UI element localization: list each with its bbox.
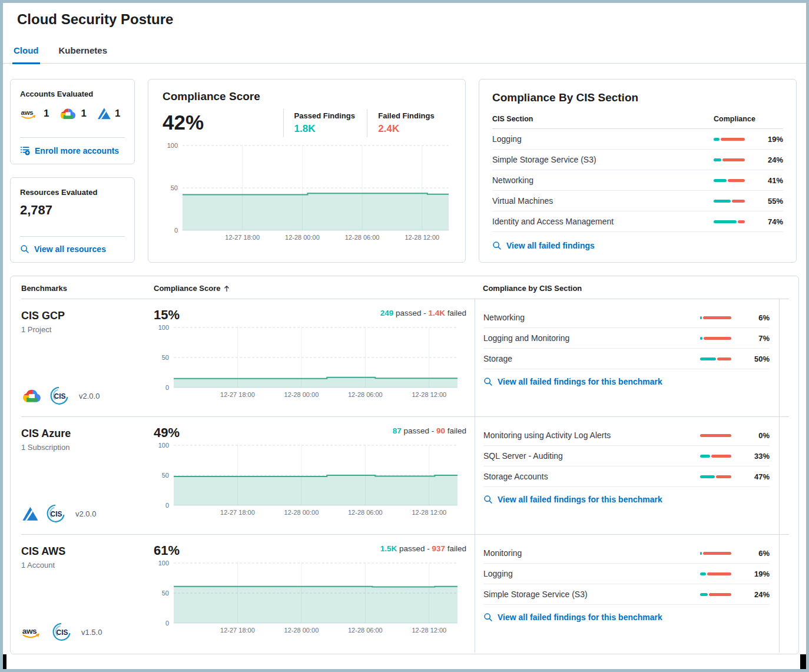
benchmark-name: CIS Azure xyxy=(21,428,148,440)
benchmark-cell: CIS GCP 1 Project v2.0.0 xyxy=(21,299,154,416)
cis-section-name: Simple Storage Service (S3) xyxy=(483,590,588,599)
cis-section-row: Simple Storage Service (S3) 24% xyxy=(492,150,783,170)
svg-text:100: 100 xyxy=(158,442,169,449)
compliance-bar xyxy=(714,220,745,223)
view-benchmark-failed-findings-label: View all failed findings for this benchm… xyxy=(498,613,662,622)
svg-text:50: 50 xyxy=(162,590,169,597)
svg-text:12-28 00:00: 12-28 00:00 xyxy=(284,391,319,398)
benchmark-version: v1.5.0 xyxy=(81,628,102,637)
cis-section-name: Networking xyxy=(483,313,525,322)
passed-failed-summary: 1.5K passed - 937 failed xyxy=(380,544,466,553)
cis-section-row: Identity and Access Management 74% xyxy=(492,211,783,232)
compliance-percent: 6% xyxy=(758,313,770,322)
compliance-score-title: Compliance Score xyxy=(163,90,451,103)
svg-text:0: 0 xyxy=(165,502,169,509)
svg-text:12-27 18:00: 12-27 18:00 xyxy=(225,234,260,241)
enroll-more-accounts-label: Enroll more accounts xyxy=(35,146,119,155)
cis-section-row: Virtual Machines 55% xyxy=(492,191,783,211)
benchmark-subtitle: 1 Account xyxy=(21,561,148,570)
svg-text:12-28 06:00: 12-28 06:00 xyxy=(348,509,383,516)
view-all-failed-findings-link[interactable]: View all failed findings xyxy=(492,241,595,250)
svg-text:12-28 06:00: 12-28 06:00 xyxy=(345,234,380,241)
search-icon xyxy=(483,377,493,386)
page-title: Cloud Security Posture xyxy=(17,11,799,28)
view-all-resources-label: View all resources xyxy=(34,244,106,254)
cis-section-row: Logging 19% xyxy=(483,564,770,584)
cis-section-name: Identity and Access Management xyxy=(492,217,614,226)
svg-text:12-28 12:00: 12-28 12:00 xyxy=(412,509,446,516)
benchmark-logos: v1.5.0 xyxy=(21,622,148,642)
compliance-cell: 24% xyxy=(714,155,783,164)
passed-count: 87 xyxy=(393,426,402,435)
cis-sections-cell: Monitoring using Activity Log Alerts 0% … xyxy=(475,417,780,534)
tab-bar: Cloud Kubernetes xyxy=(3,45,806,64)
cis-section-name: Simple Storage Service (S3) xyxy=(492,155,596,164)
compliance-score-header-label: Compliance Score xyxy=(154,284,220,293)
compliance-score-column-header[interactable]: Compliance Score xyxy=(154,284,475,293)
compliance-bar xyxy=(714,179,745,182)
benchmark-row-cis-azure: CIS Azure 1 Subscription v2.0.0 49% 87 p… xyxy=(21,417,789,535)
svg-text:100: 100 xyxy=(158,560,169,567)
benchmarks-table-card: Benchmarks Compliance Score Compliance b… xyxy=(10,276,799,654)
compliance-percent: 19% xyxy=(754,570,770,578)
cis-section-row: Monitoring using Activity Log Alerts 0% xyxy=(483,425,770,446)
cis-section-name: Logging xyxy=(483,569,513,578)
compliance-bar xyxy=(700,337,731,340)
view-benchmark-failed-findings-label: View all failed findings for this benchm… xyxy=(498,495,662,504)
compliance-cell: 55% xyxy=(714,197,783,206)
svg-text:50: 50 xyxy=(162,354,169,361)
cis-section-name: Logging xyxy=(492,134,522,144)
view-benchmark-failed-findings-link[interactable]: View all failed findings for this benchm… xyxy=(483,495,662,504)
view-all-resources-link[interactable]: View all resources xyxy=(20,244,125,254)
failed-findings-label: Failed Findings xyxy=(378,111,451,120)
compliance-bar xyxy=(700,357,731,360)
cis-section-name: Storage xyxy=(483,354,512,363)
cis-logo-icon xyxy=(46,504,66,524)
compliance-percent: 33% xyxy=(754,452,770,461)
cis-section-row: Networking 6% xyxy=(483,307,770,328)
compliance-score-cell: 15% 249 passed - 1.4K failed 12-27 18:00… xyxy=(154,299,475,416)
cis-section-name: Networking xyxy=(492,176,533,185)
svg-text:12-28 12:00: 12-28 12:00 xyxy=(412,627,446,634)
cis-section-card-title: Compliance By CIS Section xyxy=(492,91,783,104)
azure-count-value: 1 xyxy=(115,108,120,120)
compliance-score-card: Compliance Score 42% Passed Findings 1.8… xyxy=(148,79,466,263)
card-divider xyxy=(20,236,125,237)
svg-text:100: 100 xyxy=(158,324,169,331)
search-icon xyxy=(483,613,493,622)
compliance-score-cell: 61% 1.5K passed - 937 failed 12-27 18:00… xyxy=(154,535,475,653)
tab-cloud[interactable]: Cloud xyxy=(12,45,40,64)
compliance-bar xyxy=(700,572,731,575)
benchmark-row-cis-aws: CIS AWS 1 Account v1.5.0 61% 1.5K passed… xyxy=(21,535,789,653)
view-benchmark-failed-findings-link[interactable]: View all failed findings for this benchm… xyxy=(483,377,662,386)
benchmark-logos: v2.0.0 xyxy=(21,386,148,406)
compliance-percent: 6% xyxy=(758,549,770,558)
view-benchmark-failed-findings-link[interactable]: View all failed findings for this benchm… xyxy=(483,613,662,622)
compliance-bar xyxy=(714,158,745,161)
tab-kubernetes[interactable]: Kubernetes xyxy=(58,45,109,63)
gcp-logo-icon xyxy=(59,107,77,120)
compliance-cell: 19% xyxy=(714,135,783,144)
svg-text:12-28 12:00: 12-28 12:00 xyxy=(412,391,446,398)
compliance-bar xyxy=(714,200,745,203)
svg-text:100: 100 xyxy=(167,142,178,149)
benchmarks-table-header: Benchmarks Compliance Score Compliance b… xyxy=(21,276,789,299)
svg-text:12-27 18:00: 12-27 18:00 xyxy=(220,627,255,634)
gcp-logo-icon xyxy=(21,388,42,403)
cis-section-name: SQL Server - Auditing xyxy=(483,451,563,461)
benchmark-logos: v2.0.0 xyxy=(21,504,148,524)
resources-evaluated-card: Resources Evaluated 2,787 View all resou… xyxy=(10,177,135,263)
sort-ascending-icon xyxy=(223,285,230,292)
failed-count: 90 xyxy=(436,426,445,435)
benchmark-subtitle: 1 Subscription xyxy=(21,443,148,452)
passed-failed-summary: 87 passed - 90 failed xyxy=(393,426,466,435)
cis-section-row: Logging 19% xyxy=(492,129,783,150)
summary-section: Accounts Evaluated 1 1 1 xyxy=(10,79,799,263)
benchmark-subtitle: 1 Project xyxy=(21,325,148,334)
compliance-percent: 24% xyxy=(768,155,783,164)
enroll-more-accounts-link[interactable]: Enroll more accounts xyxy=(20,145,125,155)
benchmark-score: 15% xyxy=(154,307,180,323)
compliance-column-header: Compliance xyxy=(714,115,783,123)
passed-findings-stat: Passed Findings 1.8K xyxy=(283,109,367,137)
search-icon xyxy=(492,241,502,250)
